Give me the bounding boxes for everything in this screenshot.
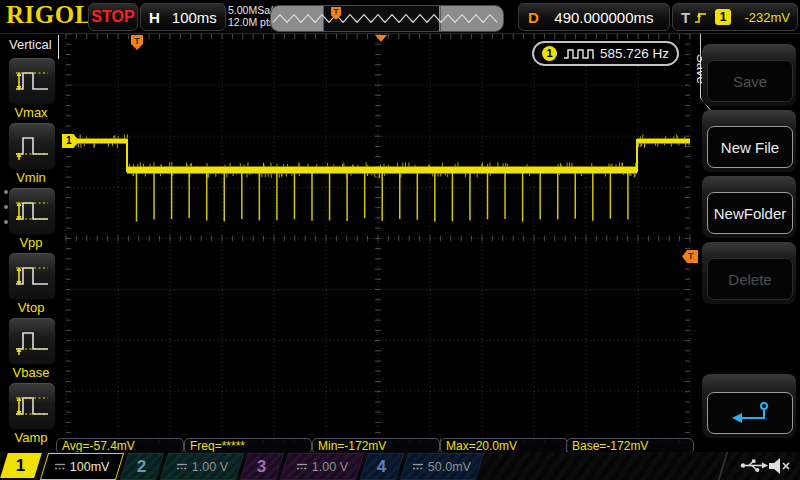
- sound-muted-icon: [768, 456, 792, 476]
- channel-3-scale[interactable]: 1.00 V: [280, 453, 364, 480]
- menu-slot: NewFolder: [702, 176, 796, 238]
- delete-button[interactable]: Delete: [707, 258, 793, 300]
- new-folder-button[interactable]: NewFolder: [707, 192, 793, 234]
- channel-3-badge[interactable]: 3: [240, 453, 284, 480]
- channel-2-scale[interactable]: 1.00 V: [160, 453, 244, 480]
- timebase-value: 100ms: [172, 9, 217, 26]
- d-label: D: [528, 9, 539, 26]
- run-state-indicator: STOP: [88, 3, 138, 31]
- rigol-logo: RIGOL: [6, 1, 92, 29]
- return-arrow-icon: [728, 400, 772, 426]
- counter-frequency-value: 585.726 Hz: [600, 46, 669, 61]
- new-file-button[interactable]: New File: [707, 126, 793, 168]
- sidebar-item-vamp[interactable]: [8, 382, 56, 430]
- thumbnail-wave: [271, 6, 503, 31]
- delay-value: 490.000000ms: [554, 9, 653, 26]
- h-label: H: [149, 9, 160, 26]
- counter-channel-badge: 1: [542, 46, 557, 61]
- menu-page-dot: [4, 190, 8, 194]
- sidebar-item-vmin-label: Vmin: [0, 170, 62, 185]
- vamp-icon: [14, 391, 50, 421]
- menu-slot: [702, 374, 796, 438]
- trigger-source-badge: 1: [715, 9, 731, 25]
- menu-page-dot: [4, 220, 8, 224]
- dc-coupling-icon: [412, 462, 424, 471]
- usb-icon: [740, 457, 768, 474]
- sidebar-item-vmin[interactable]: [8, 122, 56, 170]
- trigger-level-value: -232mV: [744, 10, 790, 25]
- frequency-counter: 1 585.726 Hz: [532, 41, 679, 66]
- trigger-slope-icon: [694, 10, 709, 25]
- dc-coupling-icon: [296, 462, 308, 471]
- t-label: T: [681, 9, 690, 26]
- menu-slot: Delete: [702, 242, 796, 304]
- graticule-and-waveform: [0, 0, 800, 480]
- sidebar-item-vpp-label: Vpp: [0, 235, 62, 250]
- menu-title-divider: [58, 35, 59, 59]
- horizontal-timebase-box: H 100ms: [140, 3, 226, 31]
- run-state-label: STOP: [91, 8, 134, 26]
- sidebar-item-vamp-label: Vamp: [0, 430, 62, 445]
- channel-1-scale[interactable]: 100mV: [40, 453, 124, 480]
- delay-box: D 490.000000ms: [518, 3, 670, 31]
- channel-2-badge[interactable]: 2: [120, 453, 164, 480]
- menu-slot: New File: [702, 110, 796, 172]
- menu-slot: Save: [702, 44, 796, 106]
- channel-4-badge[interactable]: 4: [360, 453, 404, 480]
- back-button[interactable]: [707, 392, 793, 434]
- sidebar-item-vpp[interactable]: [8, 187, 56, 235]
- screen-center-marker: [375, 35, 387, 42]
- oscilloscope-screen: RIGOL STOP H 100ms 5.00MSa/s 12.0M pts T…: [0, 0, 800, 480]
- status-bar: RIGOL STOP H 100ms 5.00MSa/s 12.0M pts T…: [0, 0, 800, 34]
- sidebar-item-vmax[interactable]: [8, 57, 56, 105]
- sidebar-item-vtop-label: Vtop: [0, 300, 62, 315]
- sidebar-item-vbase[interactable]: [8, 317, 56, 365]
- channel-4-scale[interactable]: 50.0mV: [400, 453, 484, 480]
- vmin-icon: [14, 131, 50, 161]
- status-divider: [718, 452, 729, 480]
- vtop-icon: [14, 261, 50, 291]
- vbase-icon: [14, 326, 50, 356]
- channel-1-badge[interactable]: 1: [0, 453, 42, 478]
- dc-coupling-icon: [54, 462, 66, 471]
- menu-page-dot: [4, 205, 8, 209]
- sidebar-item-vmax-label: Vmax: [0, 105, 62, 120]
- square-wave-icon: [563, 47, 594, 60]
- sidebar-item-vbase-label: Vbase: [0, 365, 62, 380]
- vmax-icon: [14, 66, 50, 96]
- vpp-icon: [14, 196, 50, 226]
- save-button[interactable]: Save: [707, 60, 793, 102]
- sidebar-item-vtop[interactable]: [8, 252, 56, 300]
- menu-title: Vertical: [9, 37, 52, 52]
- trigger-box: T 1 -232mV: [672, 3, 798, 31]
- dc-coupling-icon: [176, 462, 188, 471]
- waveform-overview-thumbnail: T: [270, 5, 504, 32]
- channel-status-bar: 1 100mV 2 1.00 V 3 1.00 V 4 50.0mV: [0, 452, 800, 480]
